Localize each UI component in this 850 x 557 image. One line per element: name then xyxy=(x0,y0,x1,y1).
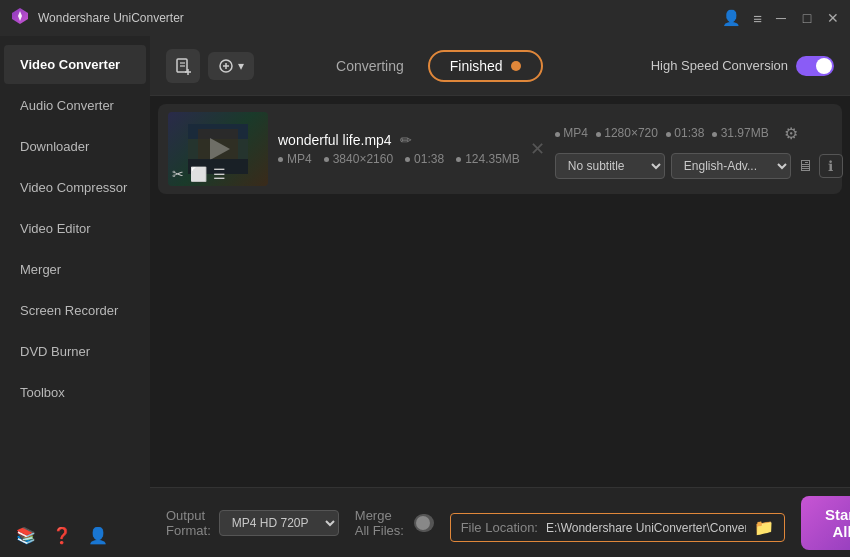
output-format: MP4 xyxy=(555,126,588,140)
add-file-button[interactable] xyxy=(166,49,200,83)
file-location-input[interactable] xyxy=(546,521,746,535)
sidebar-item-video-converter[interactable]: Video Converter xyxy=(4,45,146,84)
audio-select[interactable]: English-Adv... xyxy=(671,153,791,179)
source-duration: 01:38 xyxy=(405,152,444,166)
output-size: 31.97MB xyxy=(712,126,768,140)
settings-icon[interactable]: ⚙ xyxy=(777,119,805,147)
source-resolution: 3840×2160 xyxy=(324,152,393,166)
sidebar-item-merger[interactable]: Merger xyxy=(4,250,146,289)
close-btn[interactable]: ✕ xyxy=(826,11,840,25)
file-location-label: File Location: xyxy=(461,520,538,535)
top-bar-actions: ▾ xyxy=(166,49,254,83)
menu-icon[interactable]: ≡ xyxy=(753,10,762,27)
folder-icon[interactable]: 📁 xyxy=(754,518,774,537)
tab-finished[interactable]: Finished xyxy=(428,50,543,82)
speed-toggle-switch[interactable] xyxy=(796,56,834,76)
content-area: ▾ Converting Finished High Speed Convers… xyxy=(150,36,850,557)
effects-icon[interactable]: ☰ xyxy=(213,166,226,182)
sidebar-item-video-editor[interactable]: Video Editor xyxy=(4,209,146,248)
file-edit-icon[interactable]: ✏ xyxy=(400,132,412,148)
merge-toggle[interactable] xyxy=(414,514,434,532)
maximize-btn[interactable]: □ xyxy=(800,11,814,25)
app-title: Wondershare UniConverter xyxy=(38,11,184,25)
sidebar-item-video-compressor[interactable]: Video Compressor xyxy=(4,168,146,207)
output-format-row: MP4 1280×720 01:38 31.97MB xyxy=(555,119,843,147)
file-list-area: ✂ ⬜ ☰ wonderful life.mp4 ✏ MP4 xyxy=(150,96,850,487)
screen-icon[interactable]: 🖥 xyxy=(797,157,813,175)
crop-icon[interactable]: ⬜ xyxy=(190,166,207,182)
sidebar: Video Converter Audio Converter Download… xyxy=(0,36,150,557)
subtitle-row: No subtitle English-Adv... 🖥 ℹ xyxy=(555,153,843,179)
file-name-row: wonderful life.mp4 ✏ xyxy=(278,132,520,148)
app-logo xyxy=(10,6,30,30)
sidebar-item-downloader[interactable]: Downloader xyxy=(4,127,146,166)
sidebar-item-dvd-burner[interactable]: DVD Burner xyxy=(4,332,146,371)
file-location-section: File Location: 📁 xyxy=(450,513,785,542)
finished-dot xyxy=(511,61,521,71)
output-format-label: Output Format: xyxy=(166,508,211,538)
speed-toggle-section: High Speed Conversion xyxy=(651,56,834,76)
file-thumbnail: ✂ ⬜ ☰ xyxy=(168,112,268,186)
tabs: Converting Finished xyxy=(312,50,543,82)
source-format: MP4 xyxy=(278,152,312,166)
title-bar-controls: 👤 ≡ ─ □ ✕ xyxy=(722,9,840,27)
book-icon[interactable]: 📚 xyxy=(16,526,36,545)
help-icon[interactable]: ❓ xyxy=(52,526,72,545)
merge-label: Merge All Files: xyxy=(355,508,406,538)
source-size: 124.35MB xyxy=(456,152,520,166)
speed-label: High Speed Conversion xyxy=(651,58,788,73)
info-icon[interactable]: ℹ xyxy=(819,154,843,178)
title-bar-left: Wondershare UniConverter xyxy=(10,6,184,30)
file-info: wonderful life.mp4 ✏ MP4 3840×2160 xyxy=(278,132,520,166)
title-bar: Wondershare UniConverter 👤 ≡ ─ □ ✕ xyxy=(0,0,850,36)
sidebar-item-screen-recorder[interactable]: Screen Recorder xyxy=(4,291,146,330)
output-format-section: Output Format: MP4 HD 720P xyxy=(166,508,339,538)
user-icon[interactable]: 👤 xyxy=(722,9,741,27)
main-layout: Video Converter Audio Converter Download… xyxy=(0,36,850,557)
subtitle-select[interactable]: No subtitle xyxy=(555,153,665,179)
output-format-select[interactable]: MP4 HD 720P xyxy=(219,510,339,536)
top-bar: ▾ Converting Finished High Speed Convers… xyxy=(150,36,850,96)
output-duration: 01:38 xyxy=(666,126,704,140)
sidebar-footer: 📚 ❓ 👤 xyxy=(0,514,150,557)
thumbnail-overlay: ✂ ⬜ ☰ xyxy=(172,166,226,182)
merge-section: Merge All Files: xyxy=(355,508,434,538)
account-icon[interactable]: 👤 xyxy=(88,526,108,545)
output-settings: MP4 1280×720 01:38 31.97MB xyxy=(555,119,843,179)
file-name: wonderful life.mp4 xyxy=(278,132,392,148)
bottom-bar: Output Format: MP4 HD 720P Merge All Fil… xyxy=(150,487,850,557)
cut-icon[interactable]: ✂ xyxy=(172,166,184,182)
file-item: ✂ ⬜ ☰ wonderful life.mp4 ✏ MP4 xyxy=(158,104,842,194)
file-meta-source: MP4 3840×2160 01:38 124.35MB xyxy=(278,152,520,166)
sidebar-item-toolbox[interactable]: Toolbox xyxy=(4,373,146,412)
add-dropdown[interactable]: ▾ xyxy=(208,52,254,80)
start-all-button[interactable]: Start All xyxy=(801,496,850,550)
output-resolution: 1280×720 xyxy=(596,126,658,140)
arrow-icon: ✕ xyxy=(530,138,545,160)
sidebar-item-audio-converter[interactable]: Audio Converter xyxy=(4,86,146,125)
tab-converting[interactable]: Converting xyxy=(312,50,428,82)
minimize-btn[interactable]: ─ xyxy=(774,11,788,25)
